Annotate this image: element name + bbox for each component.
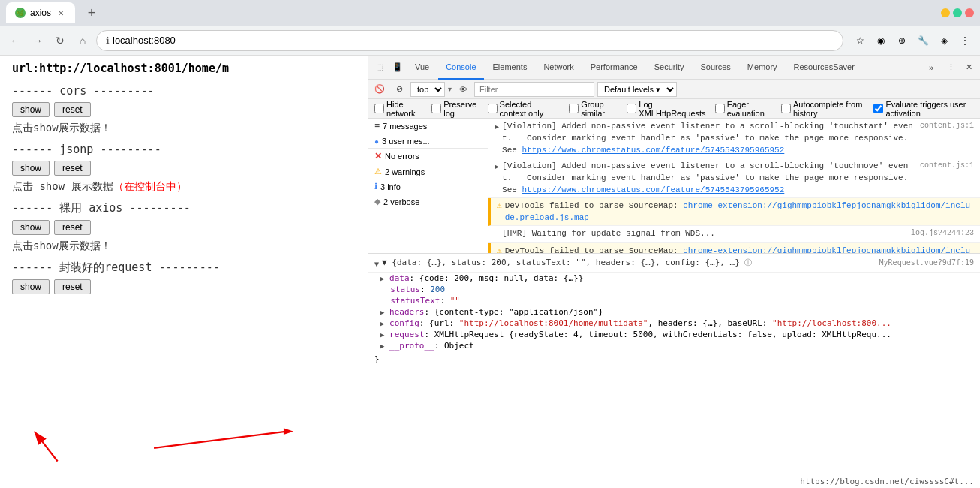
browser-tab[interactable]: 🌿 axios ✕	[6, 2, 75, 23]
jsonp-reset-button[interactable]: reset	[54, 161, 91, 176]
violation-link2[interactable]: https://www.chromestatus.com/feature/574…	[522, 185, 784, 194]
val-str: ""	[450, 296, 460, 306]
minimize-button[interactable]	[941, 8, 950, 17]
selected-context-checkbox[interactable]	[488, 104, 498, 113]
key-label: data	[389, 273, 410, 283]
group-similar-label[interactable]: Group similar	[569, 100, 618, 118]
msg-warning-item[interactable]: ⚠ 2 warnings	[368, 164, 488, 179]
extension-icon4[interactable]: ◈	[935, 32, 953, 50]
tree-expand[interactable]: ▶	[380, 275, 384, 282]
new-tab-button[interactable]: +	[81, 2, 102, 23]
msg-info-item[interactable]: ℹ 3 info	[368, 179, 488, 194]
autocomplete-label[interactable]: Autocomplete from history	[781, 100, 864, 118]
key-label: __proto__	[389, 341, 434, 351]
request-show-button[interactable]: show	[12, 279, 50, 294]
jsonp-show-button[interactable]: show	[12, 161, 50, 176]
tab-network[interactable]: Network	[536, 56, 581, 80]
log-item: ▶ [Violation] Added non-passive event li…	[488, 158, 980, 198]
url-display: url:http://localhost:8001/home/m	[12, 62, 356, 75]
log-xml-checkbox[interactable]	[627, 104, 636, 113]
axios-section-title: ------ 裸用 axios ---------	[12, 201, 356, 215]
cors-show-button[interactable]: show	[12, 102, 50, 117]
devtools-inspect-button[interactable]: ⬚	[371, 59, 388, 76]
expand-icon[interactable]: ▶	[495, 161, 499, 173]
devtools-settings-button[interactable]: ⋮	[942, 59, 959, 76]
jsonp-text: 点击 show 展示数据（在控制台中）	[12, 180, 356, 194]
back-button[interactable]: ←	[6, 32, 24, 50]
request-reset-button[interactable]: reset	[54, 279, 91, 294]
log-text: DevTools failed to parse SourceMap: chro…	[505, 245, 974, 253]
preserve-log-label[interactable]: Preserve log	[431, 100, 478, 118]
msg-info-label: 3 info	[380, 182, 401, 191]
home-button[interactable]: ⌂	[74, 32, 92, 50]
eager-eval-checkbox[interactable]	[715, 104, 725, 113]
maximize-button[interactable]	[953, 8, 962, 17]
extension-icon3[interactable]: 🔧	[914, 32, 932, 50]
tab-memory[interactable]: Memory	[740, 56, 785, 80]
group-similar-checkbox[interactable]	[569, 104, 579, 113]
evaluate-triggers-label[interactable]: Evaluate triggers user activation	[873, 100, 974, 118]
bookmark-icon[interactable]: ☆	[851, 32, 869, 50]
console-clear-button[interactable]: 🚫	[371, 81, 388, 98]
axios-reset-button[interactable]: reset	[54, 220, 91, 235]
extension-icon2[interactable]: ⊕	[893, 32, 911, 50]
tab-security[interactable]: Security	[647, 56, 692, 80]
evaluate-triggers-checkbox[interactable]	[873, 104, 883, 113]
devtools-close-button[interactable]: ✕	[960, 59, 977, 76]
eager-eval-label[interactable]: Eager evaluation	[715, 100, 772, 118]
browser-window: 🌿 axios ✕ + ← → ↻ ⌂ ℹ localhost:8080 ☆ ◉…	[0, 0, 980, 488]
extension-icon1[interactable]: ◉	[872, 32, 890, 50]
sourcemap-link2[interactable]: chrome-extension://gighmmppiobklfepjocna…	[505, 246, 971, 253]
msg-warning-label: 2 warnings	[385, 167, 425, 176]
cors-reset-button[interactable]: reset	[54, 102, 91, 117]
reload-button[interactable]: ↻	[51, 32, 69, 50]
devtools-more-button[interactable]: »	[926, 60, 936, 75]
default-levels-select[interactable]: Default levels ▾	[597, 82, 677, 97]
tab-performance[interactable]: Performance	[583, 56, 645, 80]
tree-expand[interactable]: ▶	[380, 331, 384, 339]
expand-icon[interactable]: ▶	[495, 122, 499, 134]
hide-network-label[interactable]: Hide network	[374, 100, 422, 118]
tree-expand[interactable]: ▶	[380, 309, 384, 316]
svg-marker-4	[284, 428, 293, 435]
devtools-panel: ⬚ 📱 Vue Console Elements Network Perform…	[368, 56, 980, 488]
bottom-url: https://blog.csdn.net/ciwssssC#t...	[800, 477, 974, 486]
console-filter-input[interactable]	[474, 82, 594, 97]
address-bar[interactable]: ℹ localhost:8080	[96, 30, 843, 51]
preserve-log-checkbox[interactable]	[431, 104, 441, 113]
object-expand-icon[interactable]: ▼	[374, 258, 379, 270]
tab-sources[interactable]: Sources	[693, 56, 738, 80]
tree-expand[interactable]: ▶	[380, 342, 384, 350]
console-filter-button[interactable]: ⊘	[391, 81, 407, 98]
window-controls	[941, 8, 974, 17]
tree-line: statusText: ""	[380, 295, 980, 306]
devtools-device-button[interactable]: 📱	[389, 59, 406, 76]
violation-link1[interactable]: https://www.chromestatus.com/feature/574…	[522, 146, 784, 155]
selected-context-label[interactable]: Selected context only	[488, 100, 561, 118]
tree-expand[interactable]: ▶	[380, 320, 384, 327]
log-xml-label[interactable]: Log XMLHttpRequests	[627, 100, 705, 118]
msg-error-item[interactable]: ✕ No errors	[368, 149, 488, 164]
preserve-log-text: Preserve log	[443, 100, 478, 118]
tab-elements[interactable]: Elements	[485, 56, 535, 80]
console-eye-button[interactable]: 👁	[455, 81, 471, 98]
log-text: [Violation] Added non-passive event list…	[502, 160, 917, 196]
tab-close-button[interactable]: ✕	[56, 8, 66, 18]
tree-line: ▶ data: {code: 200, msg: null, data: {…}…	[380, 273, 980, 284]
autocomplete-checkbox[interactable]	[781, 104, 791, 113]
hide-network-checkbox[interactable]	[374, 104, 384, 113]
msg-verbose-item[interactable]: ◆ 2 verbose	[368, 194, 488, 209]
console-context-select[interactable]: top	[410, 82, 445, 97]
tab-resources[interactable]: ResourcesSaver	[786, 56, 862, 80]
tab-console[interactable]: Console	[438, 56, 483, 80]
cors-text: 点击show展示数据！	[12, 122, 356, 135]
tab-vue[interactable]: Vue	[407, 56, 437, 80]
axios-show-button[interactable]: show	[12, 220, 50, 235]
menu-icon[interactable]: ⋮	[956, 32, 974, 50]
msg-all-item[interactable]: ≡ 7 messages	[368, 119, 488, 134]
msg-user-item[interactable]: ● 3 user mes...	[368, 134, 488, 149]
close-button[interactable]	[965, 8, 974, 17]
info-circle-icon[interactable]: ⓘ	[744, 258, 752, 267]
forward-button[interactable]: →	[29, 32, 47, 50]
sourcemap-link1[interactable]: chrome-extension://gighmmppiobklfepjocna…	[505, 201, 971, 222]
